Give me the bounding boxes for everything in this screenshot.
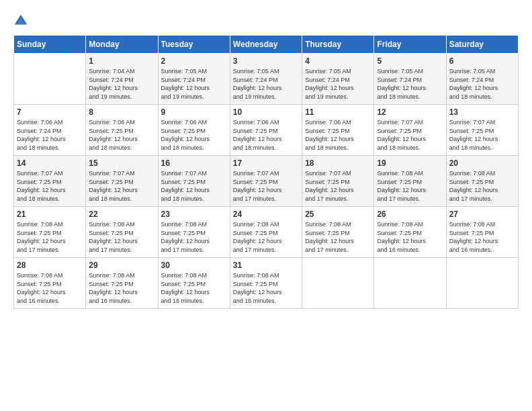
day-number: 17 [233,158,299,168]
calendar-cell: 30Sunrise: 7:08 AMSunset: 7:25 PMDayligh… [158,258,230,309]
calendar-cell: 20Sunrise: 7:08 AMSunset: 7:25 PMDayligh… [446,156,518,207]
calendar-cell: 2Sunrise: 7:05 AMSunset: 7:24 PMDaylight… [158,54,230,105]
day-info: Sunrise: 7:07 AMSunset: 7:25 PMDaylight:… [233,169,299,203]
calendar-cell: 9Sunrise: 7:06 AMSunset: 7:25 PMDaylight… [158,105,230,156]
day-info: Sunrise: 7:08 AMSunset: 7:25 PMDaylight:… [89,220,154,254]
calendar-cell: 16Sunrise: 7:07 AMSunset: 7:25 PMDayligh… [158,156,230,207]
header [13,12,519,28]
calendar-cell: 25Sunrise: 7:08 AMSunset: 7:25 PMDayligh… [302,207,374,258]
calendar-cell: 31Sunrise: 7:08 AMSunset: 7:25 PMDayligh… [230,258,302,309]
day-number: 1 [89,56,154,66]
calendar-table: SundayMondayTuesdayWednesdayThursdayFrid… [13,35,519,309]
day-number: 25 [305,210,371,219]
day-number: 28 [17,261,83,270]
day-info: Sunrise: 7:06 AMSunset: 7:25 PMDaylight:… [161,118,227,152]
header-day-friday: Friday [374,36,446,54]
calendar-cell: 22Sunrise: 7:08 AMSunset: 7:25 PMDayligh… [86,207,158,258]
day-number: 2 [161,56,227,66]
week-row-4: 21Sunrise: 7:08 AMSunset: 7:25 PMDayligh… [14,207,519,258]
header-day-thursday: Thursday [302,36,374,54]
day-info: Sunrise: 7:07 AMSunset: 7:25 PMDaylight:… [449,118,515,152]
day-number: 8 [89,107,154,117]
calendar-cell: 26Sunrise: 7:08 AMSunset: 7:25 PMDayligh… [374,207,446,258]
day-info: Sunrise: 7:05 AMSunset: 7:24 PMDaylight:… [377,67,443,101]
calendar-cell [302,258,374,309]
calendar-cell [14,54,86,105]
day-info: Sunrise: 7:04 AMSunset: 7:24 PMDaylight:… [89,67,154,101]
header-day-wednesday: Wednesday [230,36,302,54]
header-day-monday: Monday [86,36,158,54]
week-row-3: 14Sunrise: 7:07 AMSunset: 7:25 PMDayligh… [14,156,519,207]
calendar-cell: 6Sunrise: 7:05 AMSunset: 7:24 PMDaylight… [446,54,518,105]
calendar-cell: 10Sunrise: 7:06 AMSunset: 7:25 PMDayligh… [230,105,302,156]
day-number: 30 [161,261,227,270]
calendar-cell: 4Sunrise: 7:05 AMSunset: 7:24 PMDaylight… [302,54,374,105]
calendar-cell: 28Sunrise: 7:08 AMSunset: 7:25 PMDayligh… [14,258,86,309]
calendar-cell: 12Sunrise: 7:07 AMSunset: 7:25 PMDayligh… [374,105,446,156]
calendar-cell [446,258,518,309]
calendar-cell: 17Sunrise: 7:07 AMSunset: 7:25 PMDayligh… [230,156,302,207]
day-info: Sunrise: 7:07 AMSunset: 7:25 PMDaylight:… [161,169,227,203]
day-number: 31 [233,261,299,270]
calendar-cell: 5Sunrise: 7:05 AMSunset: 7:24 PMDaylight… [374,54,446,105]
logo [13,12,31,28]
calendar-cell: 3Sunrise: 7:05 AMSunset: 7:24 PMDaylight… [230,54,302,105]
header-day-sunday: Sunday [14,36,86,54]
header-day-tuesday: Tuesday [158,36,230,54]
day-number: 5 [377,56,443,66]
day-number: 12 [377,107,443,117]
day-info: Sunrise: 7:06 AMSunset: 7:25 PMDaylight:… [305,118,371,152]
day-info: Sunrise: 7:06 AMSunset: 7:25 PMDaylight:… [89,118,154,152]
header-row: SundayMondayTuesdayWednesdayThursdayFrid… [14,36,519,54]
day-info: Sunrise: 7:08 AMSunset: 7:25 PMDaylight:… [233,271,299,305]
page: SundayMondayTuesdayWednesdayThursdayFrid… [0,0,532,411]
day-number: 20 [449,158,515,168]
day-number: 22 [89,210,154,219]
calendar-cell: 27Sunrise: 7:08 AMSunset: 7:25 PMDayligh… [446,207,518,258]
calendar-cell: 18Sunrise: 7:07 AMSunset: 7:25 PMDayligh… [302,156,374,207]
day-number: 10 [233,107,299,117]
day-info: Sunrise: 7:05 AMSunset: 7:24 PMDaylight:… [449,67,515,101]
calendar-cell: 29Sunrise: 7:08 AMSunset: 7:25 PMDayligh… [86,258,158,309]
calendar-cell: 13Sunrise: 7:07 AMSunset: 7:25 PMDayligh… [446,105,518,156]
day-number: 7 [17,107,83,117]
day-info: Sunrise: 7:07 AMSunset: 7:25 PMDaylight:… [305,169,371,203]
day-number: 19 [377,158,443,168]
day-info: Sunrise: 7:05 AMSunset: 7:24 PMDaylight:… [161,67,227,101]
day-number: 21 [17,210,83,219]
day-number: 18 [305,158,371,168]
day-number: 27 [449,210,515,219]
day-info: Sunrise: 7:07 AMSunset: 7:25 PMDaylight:… [89,169,154,203]
day-info: Sunrise: 7:08 AMSunset: 7:25 PMDaylight:… [233,220,299,254]
calendar-cell: 8Sunrise: 7:06 AMSunset: 7:25 PMDaylight… [86,105,158,156]
week-row-2: 7Sunrise: 7:06 AMSunset: 7:24 PMDaylight… [14,105,519,156]
day-info: Sunrise: 7:08 AMSunset: 7:25 PMDaylight:… [377,169,443,203]
day-number: 3 [233,56,299,66]
day-info: Sunrise: 7:08 AMSunset: 7:25 PMDaylight:… [161,271,227,305]
calendar-cell: 14Sunrise: 7:07 AMSunset: 7:25 PMDayligh… [14,156,86,207]
day-number: 6 [449,56,515,66]
day-number: 9 [161,107,227,117]
day-info: Sunrise: 7:05 AMSunset: 7:24 PMDaylight:… [233,67,299,101]
calendar-cell: 24Sunrise: 7:08 AMSunset: 7:25 PMDayligh… [230,207,302,258]
day-info: Sunrise: 7:05 AMSunset: 7:24 PMDaylight:… [305,67,371,101]
day-info: Sunrise: 7:08 AMSunset: 7:25 PMDaylight:… [449,169,515,203]
day-number: 11 [305,107,371,117]
calendar-cell [374,258,446,309]
day-number: 4 [305,56,371,66]
header-day-saturday: Saturday [446,36,518,54]
day-number: 13 [449,107,515,117]
day-info: Sunrise: 7:08 AMSunset: 7:25 PMDaylight:… [89,271,154,305]
calendar-cell: 11Sunrise: 7:06 AMSunset: 7:25 PMDayligh… [302,105,374,156]
day-number: 16 [161,158,227,168]
day-info: Sunrise: 7:08 AMSunset: 7:25 PMDaylight:… [377,220,443,254]
day-number: 15 [89,158,154,168]
calendar-cell: 19Sunrise: 7:08 AMSunset: 7:25 PMDayligh… [374,156,446,207]
day-number: 23 [161,210,227,219]
day-info: Sunrise: 7:06 AMSunset: 7:24 PMDaylight:… [17,118,83,152]
week-row-1: 1Sunrise: 7:04 AMSunset: 7:24 PMDaylight… [14,54,519,105]
day-number: 24 [233,210,299,219]
day-info: Sunrise: 7:07 AMSunset: 7:25 PMDaylight:… [17,169,83,203]
day-number: 14 [17,158,83,168]
day-number: 29 [89,261,154,270]
